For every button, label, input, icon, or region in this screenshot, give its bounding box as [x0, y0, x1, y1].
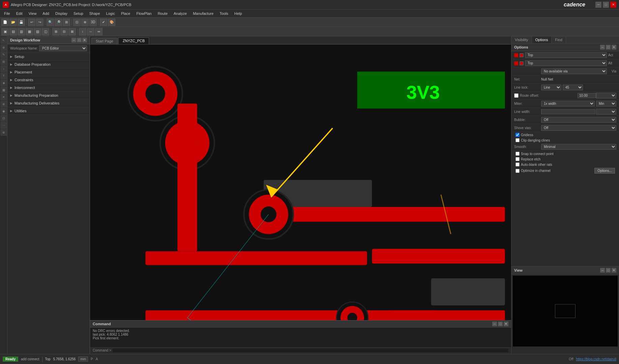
- wf-item-placement[interactable]: ▶ Placement: [7, 68, 90, 76]
- miter-select[interactable]: 1x width: [541, 101, 595, 107]
- status-unit[interactable]: mm: [78, 357, 88, 362]
- menu-add[interactable]: Add: [40, 11, 52, 16]
- tab-visibility[interactable]: Visibility: [511, 36, 532, 43]
- menu-file[interactable]: File: [1, 11, 13, 16]
- left-icon-4[interactable]: ⊞: [0, 58, 7, 65]
- menu-manufacture[interactable]: Manufacture: [190, 11, 216, 16]
- tb2-4[interactable]: ▦: [26, 28, 33, 35]
- replace-etch-checkbox[interactable]: [515, 157, 520, 161]
- tb2-5[interactable]: ▧: [34, 28, 41, 35]
- tab-start[interactable]: Start Page: [91, 38, 118, 44]
- pcb-canvas[interactable]: PB4_ZHT20_B PB4_ZHT20_B 3V3 RX3_RS485 RX…: [90, 44, 511, 320]
- wf-item-utilities[interactable]: ▶ Utilities: [7, 107, 90, 115]
- smooth-select[interactable]: Minimal: [541, 144, 616, 150]
- tab-pcb[interactable]: ZNYZC_PCB: [118, 37, 149, 44]
- cmd-minimize[interactable]: ─: [492, 322, 497, 326]
- view-minimize[interactable]: ─: [600, 268, 605, 273]
- cmd-close[interactable]: ✕: [504, 322, 508, 326]
- bubble-select[interactable]: Off: [541, 117, 616, 123]
- left-icon-10[interactable]: ⊗: [0, 101, 7, 108]
- menu-help[interactable]: Help: [232, 11, 245, 16]
- tb-save[interactable]: 💾: [18, 19, 25, 26]
- view-restore[interactable]: □: [606, 268, 611, 273]
- tb-open[interactable]: 📂: [9, 19, 17, 26]
- tb-zoom-in[interactable]: 🔍: [47, 19, 54, 26]
- wf-item-mfg-del[interactable]: ▶ Manufacturing Deliverables: [7, 99, 90, 107]
- opt-close[interactable]: ✕: [612, 45, 616, 50]
- menu-view[interactable]: View: [26, 11, 39, 16]
- menu-shape[interactable]: Shape: [87, 11, 103, 16]
- menu-display[interactable]: Display: [53, 11, 70, 16]
- left-icon-8[interactable]: ▦: [0, 87, 7, 93]
- workflow-minimize[interactable]: ─: [71, 38, 76, 42]
- wf-item-setup[interactable]: ▶ Setup: [7, 53, 90, 61]
- tab-options[interactable]: Options: [532, 36, 552, 43]
- line-width-select[interactable]: [596, 109, 616, 115]
- tb-zoom-out[interactable]: 🔎: [55, 19, 62, 26]
- pcb-canvas-area[interactable]: PB4_ZHT20_B PB4_ZHT20_B 3V3 RX3_RS485 RX…: [90, 44, 511, 320]
- alt-layer-select[interactable]: Top: [525, 60, 607, 66]
- menu-flowplan[interactable]: FlowPlan: [134, 11, 154, 16]
- menu-setup[interactable]: Setup: [71, 11, 86, 16]
- left-icon-14[interactable]: ⊕: [0, 129, 7, 136]
- wf-item-constraints[interactable]: ▶ Constraints: [7, 76, 90, 84]
- wf-item-interconnect[interactable]: ▶ Interconnect: [7, 84, 90, 92]
- opt-minimize[interactable]: ─: [600, 45, 605, 50]
- left-icon-1[interactable]: ↖: [0, 37, 7, 44]
- route-offset-checkbox[interactable]: [514, 93, 519, 98]
- tb2-11[interactable]: ↔: [87, 28, 94, 35]
- miter-min-select[interactable]: Min: [596, 101, 616, 107]
- tb2-9[interactable]: ⊠: [68, 28, 76, 35]
- workflow-restore[interactable]: □: [77, 38, 82, 42]
- left-icon-11[interactable]: ◉: [0, 108, 7, 115]
- left-icon-3[interactable]: ✎: [0, 51, 7, 58]
- tb-redo[interactable]: ↪: [36, 19, 43, 26]
- route-offset-select[interactable]: [596, 93, 616, 98]
- route-offset-input[interactable]: [578, 93, 596, 98]
- tb2-2[interactable]: ▤: [9, 28, 17, 35]
- workflow-close[interactable]: ✕: [82, 38, 87, 42]
- menu-place[interactable]: Place: [118, 11, 133, 16]
- left-icon-13[interactable]: ⋯: [0, 122, 7, 129]
- command-input[interactable]: [113, 348, 508, 352]
- tb2-6[interactable]: ◫: [42, 28, 49, 35]
- tb-3d[interactable]: 3D: [89, 19, 97, 26]
- tb-snap[interactable]: ⊕: [81, 19, 89, 26]
- cmd-restore[interactable]: □: [498, 322, 503, 326]
- left-icon-5[interactable]: ↕: [0, 65, 7, 72]
- menu-route[interactable]: Route: [155, 11, 170, 16]
- tb2-3[interactable]: ▥: [18, 28, 25, 35]
- wf-item-db[interactable]: ▶ Database Preparation: [7, 61, 90, 68]
- auto-blank-checkbox[interactable]: [515, 162, 520, 166]
- tb2-10[interactable]: ↕: [79, 28, 86, 35]
- tb-drc[interactable]: ✔: [100, 19, 107, 26]
- shove-vias-select[interactable]: Off: [541, 125, 616, 131]
- tb2-1[interactable]: ▣: [1, 28, 9, 35]
- left-icon-7[interactable]: ◈: [0, 80, 7, 86]
- menu-edit[interactable]: Edit: [13, 11, 25, 16]
- snap-connect-checkbox[interactable]: [515, 152, 520, 156]
- menu-logic[interactable]: Logic: [104, 11, 118, 16]
- tb2-8[interactable]: ⊟: [60, 28, 68, 35]
- tb2-12[interactable]: ⇔: [95, 28, 102, 35]
- tb-new[interactable]: 📄: [1, 19, 9, 26]
- act-layer-select[interactable]: Top: [525, 52, 607, 58]
- options-button[interactable]: Options...: [594, 168, 615, 174]
- via-select[interactable]: No available via: [541, 68, 607, 74]
- tb-undo[interactable]: ↩: [28, 19, 35, 26]
- left-icon-9[interactable]: ✕: [0, 94, 7, 100]
- optimize-checkbox[interactable]: [515, 169, 520, 173]
- tb2-7[interactable]: ⊞: [52, 28, 60, 35]
- line-lock-select[interactable]: Line: [541, 85, 561, 90]
- minimize-button[interactable]: ─: [595, 2, 601, 8]
- opt-restore[interactable]: □: [606, 45, 611, 50]
- gridless-checkbox[interactable]: [515, 133, 520, 137]
- left-icon-6[interactable]: T: [0, 72, 7, 79]
- view-close[interactable]: ✕: [612, 268, 616, 273]
- menu-tools[interactable]: Tools: [217, 11, 231, 16]
- tab-find[interactable]: Find: [552, 36, 566, 43]
- left-icon-12[interactable]: ⊡: [0, 115, 7, 122]
- close-button[interactable]: ✕: [610, 2, 616, 8]
- tb-grid[interactable]: ⊡: [73, 19, 81, 26]
- line-width-input[interactable]: 0.2000: [541, 109, 595, 114]
